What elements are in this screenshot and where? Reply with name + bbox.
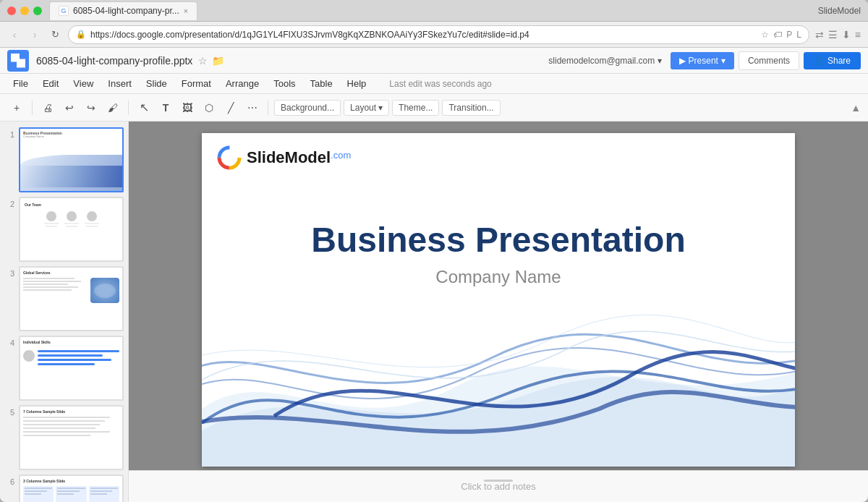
browser-tab[interactable]: G 6085-04-light-company-pr... × <box>49 1 197 20</box>
menu-view[interactable]: View <box>67 76 99 91</box>
undo-button[interactable]: ↩ <box>60 98 79 117</box>
browser-action-1[interactable]: ⇄ <box>815 29 824 41</box>
url-text: https://docs.google.com/presentation/d/1… <box>90 30 757 40</box>
slide-canvas[interactable]: SlideModel.com Business Presentation Com… <box>202 133 795 467</box>
menu-edit[interactable]: Edit <box>37 76 64 91</box>
menu-tools[interactable]: Tools <box>268 76 301 91</box>
toolbar-collapse-button[interactable]: ▲ <box>851 102 861 114</box>
slide-number-1: 1 <box>4 127 14 139</box>
folder-icon[interactable]: 📁 <box>212 55 224 67</box>
browser-window: G 6085-04-light-company-pr... × SlideMod… <box>0 0 868 502</box>
background-label: Background... <box>281 103 334 113</box>
app-title-bar: 6085-04-light-company-profile.pptx ☆ 📁 s… <box>0 48 868 74</box>
notes-placeholder[interactable]: Click to add notes <box>461 481 535 492</box>
paint-button[interactable]: 🖌 <box>103 98 122 117</box>
layout-label: Layout <box>350 103 376 113</box>
refresh-button[interactable]: ↻ <box>48 27 62 42</box>
slide-thumb-6[interactable]: 3 Columns Sample Slide <box>19 475 124 502</box>
tab-title: 6085-04-light-company-pr... <box>73 6 179 16</box>
share-button[interactable]: 👤 Share <box>804 52 861 69</box>
menu-arrange[interactable]: Arrange <box>220 76 265 91</box>
slide-thumb-2[interactable]: Our Team <box>19 197 124 262</box>
image-tool[interactable]: 🖼 <box>178 98 197 117</box>
present-icon: ▶ <box>679 56 686 66</box>
slides-panel: 1 Business Presentation Company Name ● 2 <box>0 122 129 502</box>
separator-2 <box>128 101 129 115</box>
slide-logo: SlideModel.com <box>216 145 351 174</box>
bookmark-icon[interactable]: ☆ <box>761 30 769 40</box>
logo-ring-svg <box>216 145 242 171</box>
slide-item-4[interactable]: 4 Individual Skills <box>4 336 124 401</box>
transition-button[interactable]: Transition... <box>442 100 500 116</box>
present-button[interactable]: ▶ Present ▾ <box>671 52 734 69</box>
wave-svg <box>202 300 795 467</box>
logo-text-area: SlideModel.com <box>247 148 351 167</box>
extension-icon2[interactable]: P <box>786 30 792 40</box>
line-tool[interactable]: ╱ <box>221 98 240 117</box>
last-edit-text: Last edit was seconds ago <box>389 79 491 89</box>
slide-subtitle: Company Name <box>202 267 795 287</box>
browser-action-3[interactable]: ⬇ <box>842 29 851 41</box>
notes-resize-handle[interactable] <box>484 480 513 482</box>
star-icon[interactable]: ☆ <box>198 55 208 67</box>
theme-button[interactable]: Theme... <box>392 100 439 116</box>
toolbar: + 🖨 ↩ ↪ 🖌 ↖ T 🖼 ⬡ ╱ ⋯ Background... Layo… <box>0 94 868 122</box>
slide-number-5: 5 <box>4 405 14 417</box>
forward-button[interactable]: › <box>27 27 42 42</box>
url-bar[interactable]: 🔒 https://docs.google.com/presentation/d… <box>68 25 809 44</box>
slide-item-2[interactable]: 2 Our Team <box>4 197 124 262</box>
google-slides-logo <box>7 50 29 72</box>
slide-item-3[interactable]: 3 Global Services <box>4 266 124 331</box>
slide-item-6[interactable]: 6 3 Columns Sample Slide <box>4 475 124 502</box>
main-area: 1 Business Presentation Company Name ● 2 <box>0 122 868 502</box>
extension-icon1[interactable]: 🏷 <box>773 30 782 40</box>
print-button[interactable]: 🖨 <box>38 98 57 117</box>
title-bar: G 6085-04-light-company-pr... × SlideMod… <box>0 0 868 22</box>
shape-tool[interactable]: ⬡ <box>200 98 218 117</box>
tab-area: G 6085-04-light-company-pr... × <box>49 1 818 20</box>
slide-waves <box>202 300 795 467</box>
app-name: SlideModel <box>818 6 861 16</box>
more-tools[interactable]: ⋯ <box>243 98 262 117</box>
extension-icon3[interactable]: L <box>796 30 801 40</box>
zoom-in-button[interactable]: + <box>7 98 26 117</box>
close-button[interactable] <box>7 7 16 15</box>
present-dropdown[interactable]: ▾ <box>721 56 726 66</box>
browser-action-4[interactable]: ≡ <box>855 29 861 41</box>
menu-slide[interactable]: Slide <box>140 76 173 91</box>
slide-thumb-5[interactable]: 7 Columns Sample Slide <box>19 405 124 470</box>
menu-file[interactable]: File <box>7 76 34 91</box>
comments-button[interactable]: Comments <box>739 51 799 70</box>
slide-thumb-3[interactable]: Global Services <box>19 266 124 331</box>
cursor-tool[interactable]: ↖ <box>135 98 153 117</box>
menu-table[interactable]: Table <box>305 76 339 91</box>
notes-bar: Click to add notes <box>140 481 856 492</box>
minimize-button[interactable] <box>20 7 29 15</box>
file-title: 6085-04-light-company-profile.pptx <box>36 55 192 67</box>
share-label: Share <box>827 56 851 66</box>
slide-title: Business Presentation <box>202 220 795 260</box>
redo-button[interactable]: ↪ <box>82 98 101 117</box>
slide-item-5[interactable]: 5 7 Columns Sample Slide <box>4 405 124 470</box>
notes-area: Click to add notes <box>129 470 868 502</box>
menu-format[interactable]: Format <box>176 76 217 91</box>
slide-thumb-4[interactable]: Individual Skills <box>19 336 124 401</box>
slides-icon <box>11 54 25 68</box>
transition-label: Transition... <box>448 103 493 113</box>
logo-com: .com <box>331 150 351 161</box>
slide-number-4: 4 <box>4 336 14 347</box>
layout-dropdown-icon: ▾ <box>378 103 383 113</box>
tab-close-button[interactable]: × <box>184 7 188 15</box>
canvas-scroll[interactable]: SlideModel.com Business Presentation Com… <box>129 122 868 470</box>
text-tool[interactable]: T <box>156 98 175 117</box>
maximize-button[interactable] <box>33 7 42 15</box>
background-button[interactable]: Background... <box>274 100 341 116</box>
browser-action-2[interactable]: ☰ <box>828 29 838 41</box>
slide-thumb-1[interactable]: Business Presentation Company Name ● <box>19 127 124 192</box>
back-button[interactable]: ‹ <box>7 27 22 42</box>
menu-help[interactable]: Help <box>341 76 373 91</box>
layout-button[interactable]: Layout ▾ <box>344 100 389 116</box>
slide-item-1[interactable]: 1 Business Presentation Company Name ● <box>4 127 124 192</box>
file-icons: ☆ 📁 <box>198 55 224 67</box>
menu-insert[interactable]: Insert <box>102 76 137 91</box>
